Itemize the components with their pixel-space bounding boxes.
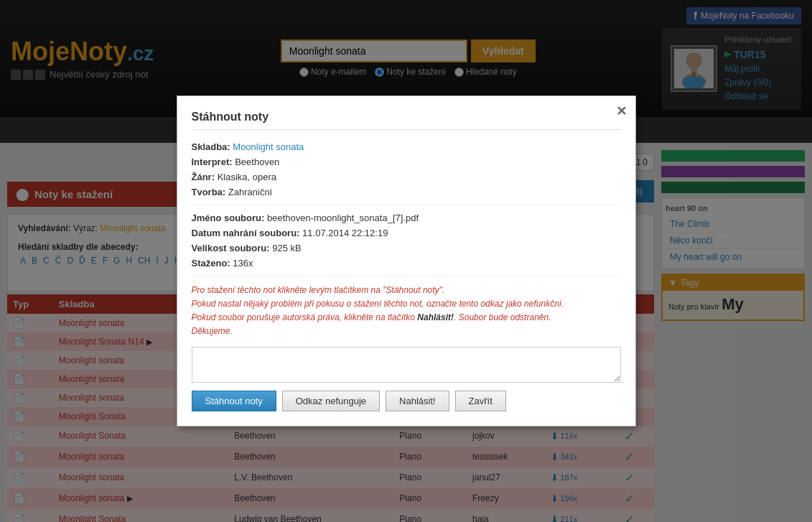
modal-datum-label: Datum nahrání souboru: (192, 228, 300, 238)
modal-notice: Pro stažení těchto not klikněte levým tl… (192, 284, 621, 339)
modal-soubor-label: Jméno souboru: (192, 213, 265, 223)
modal-field-datum: Datum nahrání souboru: 11.07.2014 22:12:… (192, 228, 621, 238)
modal-field-velikost: Velikost souboru: 925 kB (192, 243, 621, 253)
modal-stazeno-val: 136x (233, 258, 253, 269)
modal-soubor-val: beethoven-moonlight_sonata_[7].pdf (267, 213, 419, 223)
modal-velikost-val: 925 kB (272, 243, 301, 253)
modal-dialog: Stáhnout noty ✕ Skladba: Moonlight sonat… (177, 95, 636, 427)
modal-field-zanr: Žánr: Klasika, opera (192, 172, 621, 182)
modal-sep2 (192, 276, 621, 276)
modal-sep1 (192, 205, 621, 205)
modal-textarea[interactable] (192, 347, 621, 383)
modal-interpret-val: Beethoven (235, 157, 279, 167)
btn-stahnout[interactable]: Stáhnout noty (192, 391, 276, 411)
modal-zanr-val: Klasika, opera (218, 172, 276, 182)
modal-field-interpret: Interpret: Beethoven (192, 157, 621, 167)
modal-tvorba-label: Tvorba: (192, 187, 226, 197)
modal-field-tvorba: Tvorba: Zahraniční (192, 187, 621, 197)
modal-interpret-label: Interpret: (192, 157, 233, 167)
modal-title: Stáhnout noty (192, 111, 621, 130)
modal-overlay[interactable]: Stáhnout noty ✕ Skladba: Moonlight sonat… (0, 0, 812, 522)
modal-field-soubor: Jméno souboru: beethoven-moonlight_sonat… (192, 213, 621, 223)
modal-skladba-val: Moonlight sonata (233, 141, 304, 152)
btn-nahlasit[interactable]: Nahlásit! (386, 391, 449, 411)
modal-velikost-label: Velikost souboru: (192, 243, 270, 253)
nahlasit-emphasis: Nahlásit! (417, 312, 454, 322)
modal-tvorba-val: Zahraniční (228, 187, 272, 197)
modal-zanr-label: Žánr: (192, 172, 215, 182)
btn-zavrit[interactable]: Zavřít (455, 391, 506, 411)
modal-field-stazeno: Staženo: 136x (192, 258, 621, 269)
modal-close-btn[interactable]: ✕ (616, 103, 627, 119)
modal-stazeno-label: Staženo: (192, 258, 230, 269)
modal-field-skladba: Skladba: Moonlight sonata (192, 141, 621, 152)
modal-skladba-label: Skladba: (192, 141, 230, 152)
btn-odkaz[interactable]: Odkaz nefunguje (282, 391, 380, 411)
modal-datum-val: 11.07.2014 22:12:19 (302, 228, 388, 238)
modal-buttons: Stáhnout noty Odkaz nefunguje Nahlásit! … (192, 391, 621, 411)
